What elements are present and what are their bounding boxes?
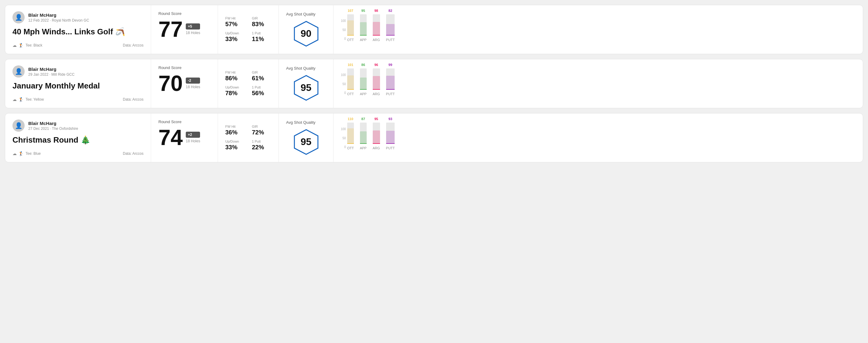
round-score-label: Round Score — [158, 120, 210, 124]
bar-label: OTT — [347, 146, 354, 150]
bar-fill — [386, 24, 395, 36]
player-details: Blair McHarg 29 Jan 2022 · Mill Ride GCC — [28, 67, 74, 76]
cloud-icon: ☁ — [12, 97, 17, 102]
bar-fill — [360, 22, 367, 36]
fw-hit-label: FW Hit — [225, 125, 245, 128]
oneputt-label: 1 Putt — [252, 139, 272, 143]
data-source: Data: Arccos — [123, 97, 144, 101]
bar-label: OTT — [347, 92, 354, 96]
score-modifier: -2 — [186, 77, 200, 84]
gir-stat: GIR 83% — [252, 17, 272, 28]
oneputt-value: 22% — [252, 144, 272, 151]
bag-icon: 🏌 — [19, 151, 24, 156]
card-score-1: Round Score 77 +5 18 Holes — [151, 5, 218, 54]
oneputt-label: 1 Putt — [252, 86, 272, 89]
updown-value: 33% — [225, 144, 245, 151]
bar-background — [347, 123, 354, 144]
fw-hit-stat: FW Hit 86% — [225, 70, 245, 82]
fw-hit-label: FW Hit — [225, 17, 245, 20]
updown-label: Up/Down — [225, 86, 245, 89]
bar-value: 101 — [348, 63, 353, 67]
chart-bar-group: 95 APP — [360, 9, 367, 42]
tee-info: ☁ 🏌 Tee: Yellow — [12, 97, 44, 102]
bar-value: 95 — [362, 9, 365, 12]
oneputt-value: 56% — [252, 90, 272, 97]
bar-background — [386, 68, 395, 90]
round-title: 40 Mph Winds... Links Golf 🪃 — [12, 27, 144, 36]
bar-top-line — [347, 143, 354, 144]
avg-shot-quality-label: Avg Shot Quality — [286, 120, 316, 125]
bar-label: APP — [360, 146, 367, 150]
round-card-2: 👤 Blair McHarg 29 Jan 2022 · Mill Ride G… — [5, 59, 863, 108]
player-info: 👤 Blair McHarg 27 Dec 2021 · The Oxfords… — [12, 120, 144, 132]
bar-label: APP — [360, 38, 367, 42]
bar-fill — [347, 20, 354, 36]
updown-value: 78% — [225, 90, 245, 97]
card-stats-3: FW Hit 36% GIR 72% Up/Down 33% 1 Putt 22… — [218, 114, 279, 162]
tee-label: Tee: Yellow — [26, 97, 44, 101]
data-source: Data: Arccos — [123, 43, 144, 48]
chart-bar-group: 93 PUTT — [386, 117, 395, 150]
bar-background — [386, 123, 395, 144]
bar-background — [347, 68, 354, 90]
bar-value: 93 — [389, 117, 392, 121]
updown-label: Up/Down — [225, 139, 245, 143]
card-quality-3: Avg Shot Quality 95 — [279, 114, 334, 162]
score-value: 77 — [158, 18, 183, 40]
chart-bar-group: 87 APP — [360, 117, 367, 150]
stats-grid: FW Hit 36% GIR 72% Up/Down 33% 1 Putt 22… — [225, 125, 271, 151]
bar-fill — [347, 75, 354, 90]
player-date-course: 12 Feb 2022 · Royal North Devon GC — [28, 18, 89, 23]
oneputt-value: 11% — [252, 36, 272, 42]
bar-value: 110 — [348, 117, 353, 121]
updown-stat: Up/Down 33% — [225, 31, 245, 42]
card-stats-1: FW Hit 57% GIR 83% Up/Down 33% 1 Putt 11… — [218, 5, 279, 54]
bar-value: 82 — [389, 9, 392, 12]
bar-background — [373, 68, 380, 90]
player-details: Blair McHarg 12 Feb 2022 · Royal North D… — [28, 12, 89, 23]
data-source: Data: Arccos — [123, 151, 144, 156]
avatar: 👤 — [12, 11, 25, 23]
tee-info: ☁ 🏌 Tee: Black — [12, 43, 42, 48]
bag-icon: 🏌 — [19, 97, 24, 102]
gir-label: GIR — [252, 70, 272, 74]
bar-value: 87 — [362, 117, 365, 121]
avatar: 👤 — [12, 65, 25, 77]
bar-top-line — [386, 89, 395, 90]
gir-value: 83% — [252, 21, 272, 28]
stats-grid: FW Hit 86% GIR 61% Up/Down 78% 1 Putt 56… — [225, 70, 271, 97]
score-value: 74 — [158, 126, 183, 148]
bar-label: ARG — [373, 38, 380, 42]
bar-fill — [347, 128, 354, 144]
card-left-2: 👤 Blair McHarg 29 Jan 2022 · Mill Ride G… — [5, 59, 151, 108]
oneputt-label: 1 Putt — [252, 31, 272, 35]
bar-fill — [373, 22, 380, 36]
cloud-icon: ☁ — [12, 151, 17, 156]
hexagon-container: 95 — [292, 74, 320, 101]
tee-info: ☁ 🏌 Tee: Blue — [12, 151, 41, 156]
bar-label: PUTT — [386, 146, 395, 150]
round-card-3: 👤 Blair McHarg 27 Dec 2021 · The Oxfords… — [5, 113, 863, 162]
bar-fill — [360, 131, 367, 144]
bar-background — [373, 14, 380, 36]
bar-background — [373, 123, 380, 144]
gir-value: 72% — [252, 129, 272, 136]
bar-value: 98 — [375, 9, 378, 12]
bar-background — [347, 14, 354, 36]
card-score-3: Round Score 74 +2 18 Holes — [151, 114, 218, 162]
card-chart-3: 100 50 0 110 OTT 87 APP — [334, 114, 863, 162]
player-name: Blair McHarg — [28, 12, 89, 18]
holes-label: 18 Holes — [186, 85, 200, 89]
fw-hit-value: 36% — [225, 129, 245, 136]
bar-top-line — [360, 35, 367, 36]
fw-hit-value: 57% — [225, 21, 245, 28]
player-name: Blair McHarg — [28, 121, 78, 126]
updown-label: Up/Down — [225, 31, 245, 35]
score-meta: -2 18 Holes — [186, 77, 200, 89]
bar-label: PUTT — [386, 38, 395, 42]
bar-background — [386, 14, 395, 36]
cloud-icon: ☁ — [12, 43, 17, 48]
score-modifier: +2 — [186, 132, 200, 138]
score-modifier: +5 — [186, 23, 200, 30]
avg-shot-quality-label: Avg Shot Quality — [286, 12, 316, 17]
